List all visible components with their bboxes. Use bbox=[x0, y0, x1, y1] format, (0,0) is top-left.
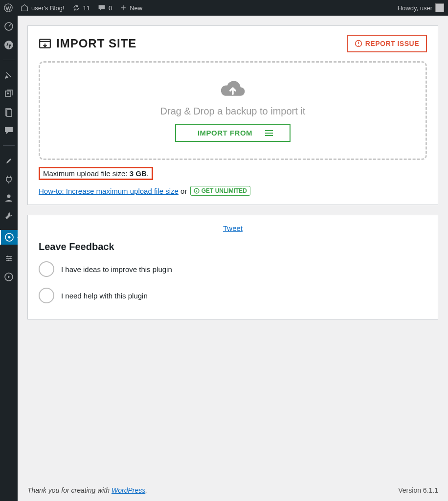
drop-zone[interactable]: Drag & Drop a backup to import it IMPORT… bbox=[39, 61, 427, 160]
footer-thanks: Thank you for creating with WordPress. bbox=[27, 486, 147, 494]
menu-tools-icon[interactable] bbox=[4, 211, 14, 221]
hamburger-icon bbox=[265, 130, 273, 136]
feedback-option-help-label: I need help with this plugin bbox=[61, 292, 148, 300]
menu-settings-icon[interactable] bbox=[4, 253, 14, 263]
comments-count: 0 bbox=[109, 4, 112, 12]
or-text: or bbox=[179, 187, 189, 195]
feedback-option-ideas[interactable]: I have ideas to improve this plugin bbox=[39, 261, 427, 277]
menu-plugins-icon[interactable] bbox=[4, 174, 14, 184]
admin-bar: user's Blog! 11 0 New Howdy, user bbox=[0, 0, 448, 16]
get-unlimited-button[interactable]: GET UNLIMITED bbox=[190, 186, 250, 196]
get-unlimited-label: GET UNLIMITED bbox=[202, 187, 247, 194]
site-name: user's Blog! bbox=[31, 4, 65, 12]
version-text: Version 6.1.1 bbox=[398, 486, 438, 494]
howdy-text: Howdy, user bbox=[398, 4, 432, 12]
admin-menu-collapsed bbox=[0, 16, 18, 501]
svg-point-9 bbox=[8, 236, 11, 239]
feedback-panel: Tweet Leave Feedback I have ideas to imp… bbox=[27, 215, 438, 319]
import-from-button[interactable]: IMPORT FROM bbox=[175, 124, 291, 142]
updates-link[interactable]: 11 bbox=[68, 0, 94, 16]
cloud-upload-icon bbox=[219, 77, 246, 99]
svg-point-12 bbox=[7, 259, 9, 261]
max-upload-prefix: Maximum upload file size: bbox=[43, 169, 130, 178]
wordpress-link[interactable]: WordPress bbox=[112, 486, 145, 494]
max-upload-suffix: . bbox=[147, 169, 149, 178]
howdy-account[interactable]: Howdy, user bbox=[394, 0, 448, 16]
svg-point-2 bbox=[4, 41, 13, 49]
import-panel: IMPORT SITE REPORT ISSUE Drag & Drop a b… bbox=[27, 25, 438, 205]
content-area: IMPORT SITE REPORT ISSUE Drag & Drop a b… bbox=[18, 16, 448, 501]
import-site-icon bbox=[39, 37, 51, 50]
howto-link[interactable]: How-to: Increase maximum upload file siz… bbox=[39, 187, 179, 195]
feedback-option-ideas-label: I have ideas to improve this plugin bbox=[61, 265, 172, 273]
svg-point-7 bbox=[7, 195, 11, 198]
menu-migration-icon[interactable] bbox=[0, 230, 18, 245]
tweet-row: Tweet bbox=[39, 224, 427, 232]
svg-point-10 bbox=[6, 255, 8, 257]
menu-dashboard-icon[interactable] bbox=[4, 22, 14, 31]
howto-line: How-to: Increase maximum upload file siz… bbox=[39, 186, 427, 196]
new-label: New bbox=[130, 4, 142, 12]
feedback-option-help[interactable]: I need help with this plugin bbox=[39, 288, 427, 303]
alert-icon bbox=[355, 40, 362, 47]
max-upload-value: 3 GB bbox=[130, 169, 147, 178]
import-from-label: IMPORT FROM bbox=[198, 129, 252, 137]
wp-logo[interactable] bbox=[0, 0, 17, 16]
max-upload-highlight: Maximum upload file size: 3 GB. bbox=[39, 167, 153, 180]
site-link[interactable]: user's Blog! bbox=[17, 0, 68, 16]
svg-rect-6 bbox=[7, 110, 12, 116]
menu-appearance-icon[interactable] bbox=[4, 156, 14, 165]
page-title-text: IMPORT SITE bbox=[56, 37, 136, 50]
radio-icon bbox=[39, 261, 54, 277]
menu-users-icon[interactable] bbox=[4, 193, 14, 203]
page-title: IMPORT SITE bbox=[39, 37, 136, 50]
info-circle-icon bbox=[194, 188, 200, 194]
menu-collapse-icon[interactable] bbox=[4, 272, 14, 282]
footer-bar: Thank you for creating with WordPress. V… bbox=[27, 480, 438, 501]
svg-point-4 bbox=[7, 92, 9, 94]
tweet-link[interactable]: Tweet bbox=[223, 224, 243, 232]
drop-zone-text: Drag & Drop a backup to import it bbox=[160, 106, 306, 117]
menu-separator bbox=[3, 145, 15, 146]
menu-posts-icon[interactable] bbox=[4, 70, 14, 80]
svg-point-11 bbox=[9, 257, 11, 259]
new-link[interactable]: New bbox=[116, 0, 146, 16]
title-bar: IMPORT SITE REPORT ISSUE bbox=[39, 35, 427, 52]
avatar bbox=[435, 3, 444, 12]
menu-jetpack-icon[interactable] bbox=[4, 40, 14, 50]
menu-comments-icon[interactable] bbox=[4, 126, 14, 136]
feedback-heading: Leave Feedback bbox=[39, 241, 427, 252]
radio-icon bbox=[39, 288, 54, 303]
report-issue-button[interactable]: REPORT ISSUE bbox=[347, 35, 427, 52]
menu-separator bbox=[3, 60, 15, 60]
report-issue-label: REPORT ISSUE bbox=[365, 40, 419, 47]
updates-count: 11 bbox=[83, 4, 90, 12]
menu-media-icon[interactable] bbox=[4, 89, 14, 98]
menu-pages-icon[interactable] bbox=[4, 107, 14, 117]
comments-link[interactable]: 0 bbox=[94, 0, 116, 16]
